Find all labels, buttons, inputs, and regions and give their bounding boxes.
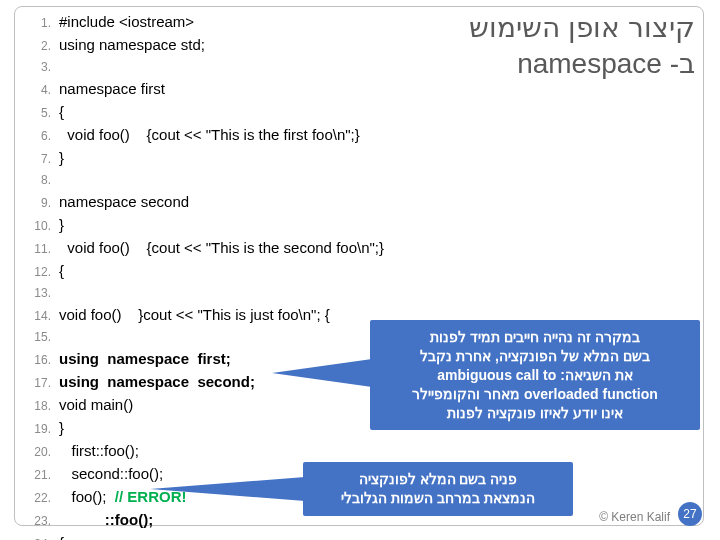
code-text: #include <iostream> [59, 11, 194, 32]
callout1-line5: אינו יודע לאיזו פונקציה לפנות [380, 404, 690, 423]
code-text: void foo() }cout << "This is just foo\n"… [59, 304, 330, 325]
copyright: © Keren Kalif [599, 510, 670, 524]
line-number: 14. [15, 306, 59, 327]
code-text: } [59, 147, 64, 168]
line-number: 5. [15, 103, 59, 124]
line-number: 18. [15, 396, 59, 417]
line-number: 12. [15, 262, 59, 283]
code-text: foo(); [59, 486, 115, 507]
code-text: } [59, 417, 64, 438]
line-number: 23. [15, 511, 59, 532]
line-number: 17. [15, 373, 59, 394]
code-text: second::foo(); [59, 463, 163, 484]
title-line-2: ב- namespace [517, 48, 695, 79]
callout-global: פניה בשם המלא לפונקציה הנמצאת במרחב השמו… [303, 462, 573, 516]
code-line: 7.} [15, 147, 703, 170]
line-number: 19. [15, 419, 59, 440]
title-line-1: קיצור אופן השימוש [469, 12, 695, 43]
callout1-line1: במקרה זה נהייה חייבים תמיד לפנות [380, 328, 690, 347]
callout1-line2: בשם המלא של הפונקציה, אחרת נקבל [380, 347, 690, 366]
line-number: 4. [15, 80, 59, 101]
callout-arrow-1 [272, 359, 372, 387]
line-number: 11. [15, 239, 59, 260]
code-line: 13. [15, 283, 703, 304]
code-line: 8. [15, 170, 703, 191]
code-text: first::foo(); [59, 440, 139, 461]
code-line: 24.{ [15, 532, 703, 540]
code-line: 11. void foo() {cout << "This is the sec… [15, 237, 703, 260]
line-number: 21. [15, 465, 59, 486]
code-text: namespace second [59, 191, 189, 212]
code-container: 1.#include <iostream>2.using namespace s… [14, 6, 704, 526]
code-text: using namespace std; [59, 34, 205, 55]
line-number: 13. [15, 283, 59, 304]
code-text: { [59, 532, 64, 540]
page-number: 27 [678, 502, 702, 526]
line-number: 15. [15, 327, 59, 348]
code-line: 20. first::foo(); [15, 440, 703, 463]
line-number: 22. [15, 488, 59, 509]
code-text: } [59, 214, 64, 235]
code-line: 12.{ [15, 260, 703, 283]
code-text: using namespace second; [59, 371, 255, 392]
callout1-line3: את השגיאה: ambiguous call to [380, 366, 690, 385]
code-line: 6. void foo() {cout << "This is the firs… [15, 124, 703, 147]
line-number: 6. [15, 126, 59, 147]
callout1-line4: overloaded function מאחר והקומפיילר [380, 385, 690, 404]
code-text: void foo() {cout << "This is the first f… [59, 124, 360, 145]
line-number: 1. [15, 13, 59, 34]
code-text: void foo() {cout << "This is the second … [59, 237, 384, 258]
line-number: 20. [15, 442, 59, 463]
callout-arrow-2 [150, 477, 305, 501]
line-number: 3. [15, 57, 59, 78]
callout-ambiguous: במקרה זה נהייה חייבים תמיד לפנות בשם המל… [370, 320, 700, 430]
slide-title: קיצור אופן השימוש ב- namespace [469, 10, 695, 83]
line-number: 7. [15, 149, 59, 170]
callout2-line2: הנמצאת במרחב השמות הגלובלי [313, 489, 563, 508]
callout2-line1: פניה בשם המלא לפונקציה [313, 470, 563, 489]
line-number: 9. [15, 193, 59, 214]
code-line: 5.{ [15, 101, 703, 124]
code-text: ::foo(); [59, 509, 153, 530]
code-line: 10.} [15, 214, 703, 237]
code-text: using namespace first; [59, 348, 231, 369]
line-number: 10. [15, 216, 59, 237]
code-text: void main() [59, 394, 133, 415]
line-number: 24. [15, 534, 59, 540]
line-number: 2. [15, 36, 59, 57]
line-number: 16. [15, 350, 59, 371]
code-text: namespace first [59, 78, 165, 99]
line-number: 8. [15, 170, 59, 191]
code-text: { [59, 260, 64, 281]
code-line: 9.namespace second [15, 191, 703, 214]
code-text: { [59, 101, 64, 122]
